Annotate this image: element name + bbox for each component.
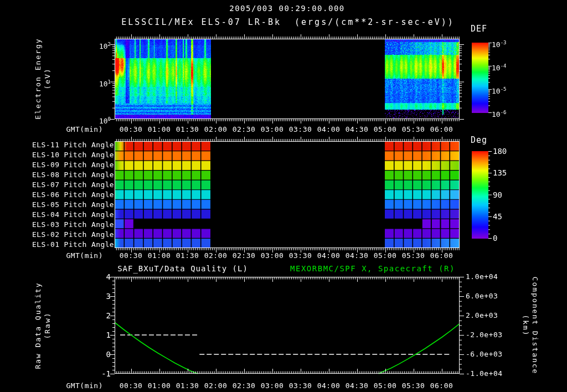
deg-tick-label: 90 <box>493 190 517 199</box>
time-tick-label: 01:30 <box>173 251 202 260</box>
time-tick-label: 05:30 <box>399 381 427 390</box>
time-tick-label: 04:30 <box>343 251 371 260</box>
deg-tick-label: 135 <box>493 168 517 177</box>
time-tick-label: 02:30 <box>230 381 258 390</box>
page-title: 2005/003 00:29:00.000 <box>115 4 460 13</box>
colorbar-def-tick-labels: 10-310-410-510-6 <box>492 38 525 117</box>
time-tick-label: 04:30 <box>343 125 371 133</box>
def-tick-label: 10-4 <box>492 61 525 70</box>
time-tick-label: 03:00 <box>258 251 286 260</box>
pitch-angle-row-label: ELS-03 Pitch Angle <box>32 221 112 228</box>
pitch-angle-row-label: ELS-07 Pitch Angle <box>32 181 112 188</box>
gmt-axis-label-1: GMT(min) <box>59 125 103 133</box>
time-tick-label: 03:30 <box>286 251 315 260</box>
time-tick-label: 02:00 <box>202 125 230 133</box>
time-tick-row-2: 00:3001:0001:3002:0002:3003:0003:3004:00… <box>117 251 456 260</box>
quality-tick-label: 1 <box>81 331 111 339</box>
pitch-angle-row-label: ELS-02 Pitch Angle <box>32 231 112 238</box>
pitch-angle-row-label: ELS-06 Pitch Angle <box>32 191 112 198</box>
time-tick-label: 04:00 <box>315 251 343 260</box>
pitch-angle-row-label: ELS-04 Pitch Angle <box>32 211 112 218</box>
time-tick-label: 02:00 <box>202 381 230 390</box>
time-tick-label: 01:30 <box>173 381 202 390</box>
quality-tick-label: 4 <box>81 272 111 281</box>
colorbar-def-title: DEF <box>471 24 487 34</box>
time-tick-label: 05:00 <box>371 251 399 260</box>
distance-tick-label: 1.0e+04 <box>466 272 510 281</box>
def-tick-label: 10-3 <box>492 38 525 47</box>
y-axis-label-component-distance: Component Distance (km) <box>521 277 540 375</box>
time-tick-label: 01:30 <box>173 125 202 133</box>
def-tick-label: 10-6 <box>492 108 525 117</box>
energy-tick-label: 100 <box>76 114 111 124</box>
pitch-angle-row-label: ELS-01 Pitch Angle <box>32 241 112 248</box>
time-tick-label: 05:00 <box>371 381 399 390</box>
energy-tick-labels: 102101100 <box>76 39 111 124</box>
time-tick-label: 06:00 <box>427 381 456 390</box>
pitch-angle-row-labels: ELS-11 Pitch AngleELS-10 Pitch AngleELS-… <box>32 141 112 248</box>
time-tick-label: 01:00 <box>145 381 173 390</box>
deg-tick-label: 0 <box>493 234 517 243</box>
pitch-angle-row-label: ELS-05 Pitch Angle <box>32 201 112 208</box>
time-tick-row-3: 00:3001:0001:3002:0002:3003:0003:3004:00… <box>117 381 456 390</box>
pitch-angle-row-label: ELS-11 Pitch Angle <box>32 141 112 148</box>
instrument-title: ELSSCIL/MEx ELS-07 LR-Bk (ergs/(cm**2-sr… <box>51 17 525 27</box>
deg-tick-label: 45 <box>493 212 517 221</box>
time-tick-label: 04:00 <box>315 381 343 390</box>
distance-tick-label: -1.0e+04 <box>466 369 510 378</box>
pitch-angle-row-label: ELS-08 Pitch Angle <box>32 171 112 178</box>
time-tick-label: 01:00 <box>145 125 173 133</box>
time-tick-label: 05:00 <box>371 125 399 133</box>
time-tick-label: 05:30 <box>399 125 427 133</box>
distance-tick-label: -6.0e+03 <box>466 350 510 359</box>
def-tick-label: 10-5 <box>492 85 525 94</box>
time-tick-label: 03:30 <box>286 381 315 390</box>
bottom-panel-title-right: MEXORBMC/SPF X, Spacecraft (R) <box>281 264 464 273</box>
time-tick-label: 05:30 <box>399 251 427 260</box>
time-tick-label: 06:00 <box>427 251 456 260</box>
y-axis-label-raw-data-quality: Raw Data Quality (Raw) <box>33 282 52 369</box>
quality-tick-label: 0 <box>81 350 111 359</box>
distance-tick-label: 2.0e+03 <box>466 311 510 320</box>
energy-tick-label: 102 <box>76 39 111 49</box>
time-tick-label: 04:30 <box>343 381 371 390</box>
bottom-panel-title-left: SAF_BXuT/Data Quality (L) <box>115 264 251 273</box>
time-tick-label: 03:00 <box>258 381 286 390</box>
energy-tick-label: 101 <box>76 77 111 87</box>
spectrogram-viewer: { "window": { "background": "#000000" },… <box>0 0 567 392</box>
distance-tick-labels: 1.0e+046.0e+032.0e+03-2.0e+03-6.0e+03-1.… <box>466 272 510 378</box>
time-tick-label: 00:30 <box>117 125 145 133</box>
time-tick-label: 03:00 <box>258 125 286 133</box>
time-tick-label: 06:00 <box>427 125 456 133</box>
time-tick-label: 00:30 <box>117 251 145 260</box>
time-tick-label: 02:00 <box>202 251 230 260</box>
colorbar-deg-tick-labels: 18013590450 <box>493 147 517 243</box>
distance-tick-label: 6.0e+03 <box>466 292 510 301</box>
time-tick-label: 00:30 <box>117 381 145 390</box>
gmt-axis-label-3: GMT(min) <box>59 381 103 390</box>
quality-tick-label: 3 <box>81 292 111 301</box>
quality-tick-labels: 43210-1 <box>81 272 111 378</box>
quality-tick-label: -1 <box>81 369 111 378</box>
time-tick-label: 02:30 <box>230 251 258 260</box>
quality-tick-label: 2 <box>81 311 111 320</box>
pitch-angle-row-label: ELS-10 Pitch Angle <box>32 151 112 158</box>
time-tick-row-1: 00:3001:0001:3002:0002:3003:0003:3004:00… <box>117 125 456 133</box>
y-axis-label-electron-energy: Electron Energy (eV) <box>33 38 52 119</box>
distance-tick-label: -2.0e+03 <box>466 331 510 339</box>
deg-tick-label: 180 <box>493 147 517 156</box>
time-tick-label: 02:30 <box>230 125 258 133</box>
time-tick-label: 01:00 <box>145 251 173 260</box>
colorbar-deg-title: Deg <box>471 135 487 145</box>
time-tick-label: 04:00 <box>315 125 343 133</box>
time-tick-label: 03:30 <box>286 125 315 133</box>
pitch-angle-row-label: ELS-09 Pitch Angle <box>32 161 112 168</box>
gmt-axis-label-2: GMT(min) <box>59 251 103 260</box>
